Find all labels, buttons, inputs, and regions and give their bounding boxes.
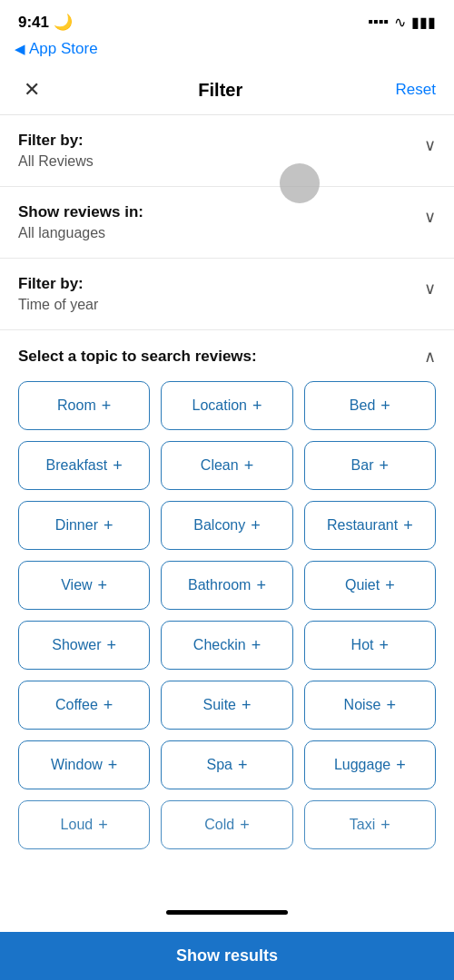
language-value: All languages — [18, 225, 424, 241]
language-label: Show reviews in: — [18, 203, 424, 221]
tag-room[interactable]: Room + — [18, 381, 150, 430]
tag-plus-icon: + — [380, 456, 390, 475]
time-filter-label: Filter by: — [18, 275, 424, 293]
tag-label: Restaurant — [327, 517, 398, 534]
tag-restaurant[interactable]: Restaurant + — [304, 501, 436, 550]
topics-header: Select a topic to search reviews: ∧ — [18, 347, 436, 367]
tag-suite[interactable]: Suite + — [161, 681, 292, 730]
tag-label: Bar — [351, 457, 374, 474]
tag-label: Clean — [201, 457, 239, 474]
tag-label: Luggage — [334, 757, 390, 773]
tag-plus-icon: + — [98, 816, 108, 835]
filter-by-label: Filter by: — [18, 132, 424, 150]
chevron-down-icon: ∨ — [424, 135, 436, 155]
tag-noise[interactable]: Noise + — [304, 681, 436, 730]
tag-plus-icon: + — [251, 516, 261, 535]
tag-plus-icon: + — [102, 397, 112, 416]
tag-plus-icon: + — [387, 696, 397, 715]
reset-button[interactable]: Reset — [396, 81, 436, 99]
tag-checkin[interactable]: Checkin + — [161, 621, 292, 670]
tag-plus-icon: + — [244, 456, 254, 475]
show-results-bar[interactable]: Show results — [0, 932, 454, 980]
tag-plus-icon: + — [107, 636, 117, 655]
status-icons: ▪▪▪▪ ∿ ▮▮▮ — [368, 14, 436, 31]
tag-hot[interactable]: Hot + — [304, 621, 436, 670]
tag-label: Balcony — [193, 517, 245, 534]
tag-label: Coffee — [55, 697, 98, 713]
filter-time-of-year[interactable]: Filter by: Time of year ∨ — [0, 259, 454, 330]
tag-label: Bed — [350, 397, 375, 414]
app-store-link[interactable]: App Store — [29, 40, 98, 58]
signal-icon: ▪▪▪▪ — [368, 14, 389, 30]
wifi-icon: ∿ — [394, 14, 406, 31]
tag-window[interactable]: Window + — [18, 740, 150, 789]
tag-label: Noise — [344, 697, 381, 713]
tag-label: Shower — [52, 637, 101, 653]
filter-header: ✕ Filter Reset — [0, 65, 454, 115]
tag-plus-icon: + — [104, 696, 114, 715]
gray-circle-overlay — [280, 163, 320, 203]
tag-plus-icon: + — [252, 636, 262, 655]
tag-label: Location — [192, 397, 247, 414]
tag-coffee[interactable]: Coffee + — [18, 681, 150, 730]
chevron-down-icon: ∨ — [424, 279, 436, 299]
tag-label: Window — [51, 757, 103, 773]
tag-spa[interactable]: Spa + — [161, 740, 292, 789]
tag-balcony[interactable]: Balcony + — [161, 501, 292, 550]
close-button[interactable]: ✕ — [18, 76, 45, 103]
tag-clean[interactable]: Clean + — [161, 441, 292, 490]
tag-label: Quiet — [345, 577, 380, 593]
tag-label: Cold — [204, 817, 234, 833]
tag-plus-icon: + — [113, 456, 123, 475]
tag-breakfast[interactable]: Breakfast + — [18, 441, 150, 490]
tag-plus-icon: + — [238, 756, 248, 775]
topics-section: Select a topic to search reviews: ∧ Room… — [0, 330, 454, 866]
tag-bathroom[interactable]: Bathroom + — [161, 561, 292, 610]
status-time: 9:41 🌙 — [18, 13, 73, 32]
tag-loud[interactable]: Loud + — [18, 800, 150, 849]
tags-grid: Room + Location + Bed + Breakfast + Clea… — [18, 381, 436, 849]
tag-plus-icon: + — [240, 816, 250, 835]
tag-dinner[interactable]: Dinner + — [18, 501, 150, 550]
tag-label: Dinner — [55, 517, 98, 534]
tag-plus-icon: + — [242, 696, 252, 715]
tag-plus-icon: + — [104, 516, 114, 535]
tag-label: Spa — [207, 757, 232, 773]
tag-plus-icon: + — [385, 576, 395, 595]
tag-label: Bathroom — [188, 577, 251, 593]
tag-plus-icon: + — [403, 516, 413, 535]
tag-quiet[interactable]: Quiet + — [304, 561, 436, 610]
tag-label: Hot — [351, 637, 374, 653]
tag-plus-icon: + — [98, 576, 108, 595]
tag-location[interactable]: Location + — [161, 381, 292, 430]
app-store-nav[interactable]: ◀ App Store — [0, 40, 454, 65]
tag-plus-icon: + — [380, 636, 390, 655]
tag-view[interactable]: View + — [18, 561, 150, 610]
tag-luggage[interactable]: Luggage + — [304, 740, 436, 789]
tag-plus-icon: + — [108, 756, 118, 775]
tag-label: Suite — [203, 697, 236, 713]
tag-label: Loud — [61, 817, 94, 833]
chevron-down-icon: ∨ — [424, 207, 436, 227]
tag-label: Taxi — [350, 817, 375, 833]
tag-cold[interactable]: Cold + — [161, 800, 292, 849]
tag-bed[interactable]: Bed + — [304, 381, 436, 430]
battery-icon: ▮▮▮ — [411, 14, 436, 31]
show-results-button[interactable]: Show results — [176, 946, 278, 965]
filter-by-reviews[interactable]: Filter by: All Reviews ∨ — [0, 115, 454, 187]
tag-plus-icon: + — [380, 816, 390, 835]
tag-label: Checkin — [193, 637, 246, 653]
home-indicator — [166, 910, 288, 915]
tag-label: Room — [57, 397, 96, 414]
tag-plus-icon: + — [380, 397, 390, 416]
filter-language[interactable]: Show reviews in: All languages ∨ — [0, 187, 454, 259]
tag-bar[interactable]: Bar + — [304, 441, 436, 490]
tag-label: View — [61, 577, 92, 593]
topics-title: Select a topic to search reviews: — [18, 348, 257, 366]
status-bar: 9:41 🌙 ▪▪▪▪ ∿ ▮▮▮ — [0, 0, 454, 40]
tag-taxi[interactable]: Taxi + — [304, 800, 436, 849]
tag-plus-icon: + — [256, 576, 266, 595]
tag-shower[interactable]: Shower + — [18, 621, 150, 670]
time-filter-value: Time of year — [18, 297, 424, 313]
chevron-up-icon[interactable]: ∧ — [424, 347, 436, 367]
